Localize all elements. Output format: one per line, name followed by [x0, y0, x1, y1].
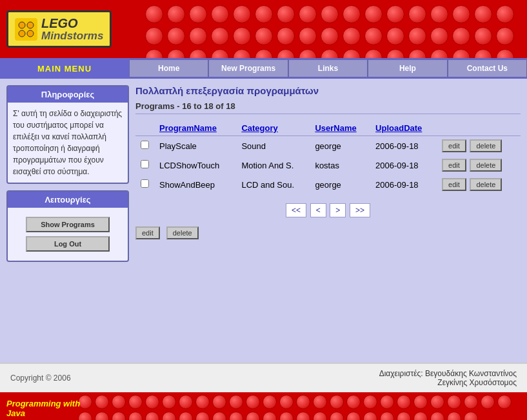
row-program-name: ShowAndBeep [154, 175, 236, 194]
svg-point-3 [19, 30, 25, 37]
svg-point-1 [19, 22, 25, 28]
row-edit-button[interactable]: edit [442, 139, 466, 152]
svg-point-4 [27, 30, 34, 37]
col-program-name-header[interactable]: ProgramName [154, 121, 236, 136]
row-checkbox[interactable] [141, 141, 149, 149]
nav-links: Home New Programs Links Help Contact Us [129, 59, 527, 77]
col-category-header[interactable]: Category [236, 121, 310, 136]
row-date: 2006-09-18 [370, 136, 437, 156]
info-box: Πληροφορίες Σ' αυτή τη σελίδα ο διαχειρι… [6, 85, 129, 184]
row-username: kostas [310, 155, 370, 175]
col-check-header [135, 121, 154, 136]
row-checkbox[interactable] [141, 160, 149, 168]
svg-point-2 [27, 22, 34, 28]
nav-link-new-programs[interactable]: New Programs [208, 59, 288, 77]
show-programs-button[interactable]: Show Programs [26, 217, 110, 232]
nav-link-contact-us[interactable]: Contact Us [448, 59, 527, 77]
functions-title: Λειτουργίες [8, 192, 128, 208]
nav-bar: MAIN MENU Home New Programs Links Help C… [0, 58, 527, 79]
main-area: Πληροφορίες Σ' αυτή τη σελίδα ο διαχειρι… [0, 79, 527, 363]
pagination: << < > >> [135, 203, 521, 217]
pagination-first[interactable]: << [286, 203, 306, 217]
bottom-delete-button[interactable]: delete [166, 226, 199, 239]
bottom-actions: edit delete [135, 226, 521, 239]
info-content: Σ' αυτή τη σελίδα ο διαχειριστής του συσ… [8, 103, 128, 183]
page-title: Πολλαπλή επεξεργασία προγραμμάτων [135, 85, 521, 96]
logo: LEGO Mindstorms [6, 10, 112, 48]
footer: Copyright © 2006 Διαχειριστές: Βεγουδάκη… [0, 363, 527, 392]
functions-content: Show Programs Log Out [8, 208, 128, 261]
logo-line1: LEGO [41, 16, 103, 30]
row-date: 2006-09-18 [370, 175, 437, 194]
row-delete-button[interactable]: delete [470, 178, 502, 191]
nav-link-help[interactable]: Help [368, 59, 447, 77]
row-checkbox-cell[interactable] [135, 155, 154, 175]
footer-bottom-text: Programming with Java [6, 399, 80, 418]
row-checkbox-cell[interactable] [135, 175, 154, 194]
nav-link-links[interactable]: Links [288, 59, 368, 77]
nav-link-home[interactable]: Home [129, 59, 208, 77]
svg-rect-0 [15, 18, 37, 41]
programs-subtitle: Programs - 16 to 18 of 18 [135, 101, 521, 114]
table-row: LCDShowTouch Motion And S. kostas 2006-0… [135, 155, 521, 175]
col-username-header[interactable]: UserName [310, 121, 370, 136]
row-actions: edit delete [437, 175, 521, 194]
log-out-button[interactable]: Log Out [26, 236, 110, 252]
row-delete-button[interactable]: delete [470, 159, 502, 172]
sidebar: Πληροφορίες Σ' αυτή τη σελίδα ο διαχειρι… [6, 85, 129, 356]
row-username: george [310, 175, 370, 194]
row-actions: edit delete [437, 155, 521, 175]
row-program-name: LCDShowTouch [154, 155, 236, 175]
header: LEGO Mindstorms [0, 0, 527, 58]
row-edit-button[interactable]: edit [442, 178, 466, 191]
footer-credit1: Διαχειριστές: Βεγουδάκης Κωνσταντίνος [379, 369, 517, 378]
footer-bottom: Programming with Java [0, 392, 527, 420]
col-actions-header [437, 121, 521, 136]
row-checkbox-cell[interactable] [135, 136, 154, 156]
row-program-name: PlayScale [154, 136, 236, 156]
bottom-edit-button[interactable]: edit [135, 226, 160, 239]
info-title: Πληροφορίες [8, 86, 128, 103]
pagination-prev[interactable]: < [310, 203, 326, 217]
functions-box: Λειτουργίες Show Programs Log Out [6, 190, 129, 262]
footer-credit2: Ζεγκίνης Χρυσόστομος [379, 378, 517, 387]
row-checkbox[interactable] [141, 179, 149, 188]
footer-bumps [75, 392, 527, 420]
table-row: PlayScale Sound george 2006-09-18 edit d… [135, 136, 521, 156]
footer-credits: Διαχειριστές: Βεγουδάκης Κωνσταντίνος Ζε… [379, 369, 517, 387]
table-row: ShowAndBeep LCD and Sou. george 2006-09-… [135, 175, 521, 194]
row-delete-button[interactable]: delete [470, 139, 502, 152]
pagination-last[interactable]: >> [350, 203, 370, 217]
row-category: Motion And S. [236, 155, 310, 175]
logo-line2: Mindstorms [41, 30, 103, 43]
row-username: george [310, 136, 370, 156]
row-date: 2006-09-18 [370, 155, 437, 175]
programs-table: ProgramName Category UserName UploadDate… [135, 121, 521, 194]
row-category: LCD and Sou. [236, 175, 310, 194]
row-edit-button[interactable]: edit [442, 159, 466, 172]
col-upload-date-header[interactable]: UploadDate [370, 121, 437, 136]
row-category: Sound [236, 136, 310, 156]
content-panel: Πολλαπλή επεξεργασία προγραμμάτων Progra… [135, 85, 521, 356]
main-menu-label: MAIN MENU [0, 64, 129, 74]
lego-icon [15, 18, 37, 41]
header-bumps [140, 0, 527, 58]
row-actions: edit delete [437, 136, 521, 156]
pagination-next[interactable]: > [330, 203, 346, 217]
copyright: Copyright © 2006 [10, 374, 71, 383]
